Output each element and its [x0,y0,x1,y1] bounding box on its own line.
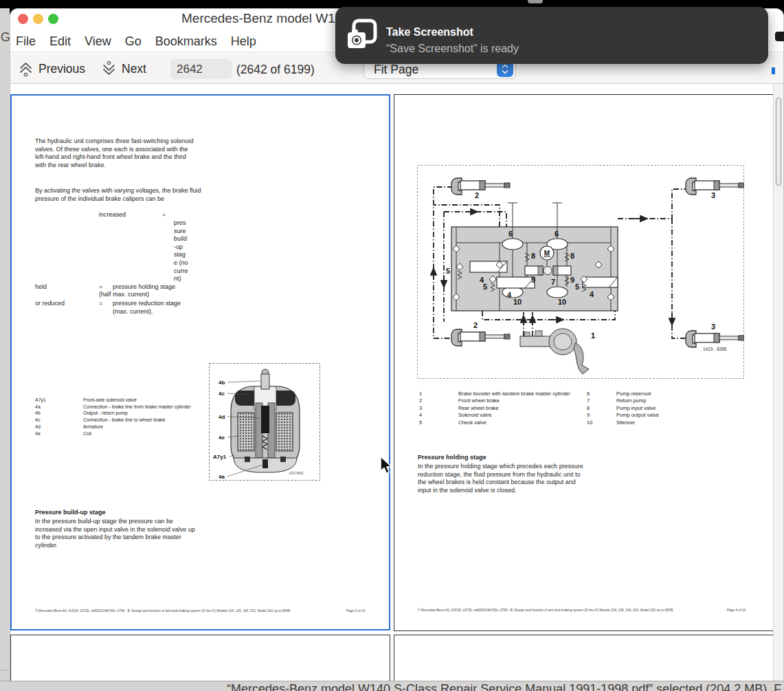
window-title: Mercedes-Benz model W14 [181,11,342,26]
svg-text:2: 2 [475,191,479,199]
svg-text:4e: 4e [219,435,225,441]
svg-text:7: 7 [551,278,555,286]
paragraph: By activating the valves with varying vo… [35,187,201,203]
svg-text:5: 5 [446,267,450,275]
svg-text:A7y1: A7y1 [213,454,227,460]
solenoid-valve-figure: 4b 4c 4d 4e A7y1 4a 1423-8582 [209,363,320,481]
next-page-icon [101,61,117,77]
narrow-column: pres sure build -up stag e (no curre nt) [174,219,194,283]
background-window-edge [0,670,10,670]
page-number-input[interactable] [170,59,232,79]
equals-sign: = [99,300,102,308]
svg-text:9: 9 [570,276,574,284]
file-manager-status-bar: “Mercedes-Benz model W140 S-Class Repair… [0,681,784,691]
svg-text:3: 3 [711,191,715,199]
svg-text:3: 3 [711,322,715,331]
svg-text:4: 4 [590,290,594,298]
svg-text:9: 9 [531,276,535,284]
next-page-button[interactable]: Next [101,61,146,77]
top-bar-fragment [528,0,543,3]
zoom-mode-value: Fit Page [374,63,418,77]
chevron-up-down-icon [501,63,509,75]
scroll-position-marker [772,67,775,74]
svg-text:10: 10 [558,298,566,306]
page-number-footer: Page 3 of 14 [346,609,365,613]
section-heading: Pressure holding stage [418,454,486,462]
paragraph: In the pressure build-up stage the press… [35,518,200,549]
menu-help[interactable]: Help [227,34,260,49]
svg-text:1423 - 8386: 1423 - 8386 [703,347,727,351]
svg-text:5: 5 [483,283,487,291]
mouse-cursor [379,456,394,476]
menu-edit[interactable]: Edit [46,34,74,49]
page-5-preview[interactable] [10,635,390,688]
svg-text:1423-8582: 1423-8582 [289,472,304,475]
previous-page-icon [18,61,34,77]
page-count-label: (2642 of 6199) [236,63,315,77]
svg-text:M: M [544,250,550,257]
diagram-legend-right: 6Pump reservoir 7Return pump 8Pump input… [587,391,659,426]
vertical-scrollbar[interactable] [773,84,783,681]
minimize-button[interactable] [33,14,43,24]
paragraph: In the pressure holding stage which prec… [418,463,587,494]
svg-text:4a: 4a [219,474,225,480]
background-window-sliver [0,8,10,691]
svg-text:5: 5 [575,283,579,291]
document-view[interactable]: The hydraulic unit comprises three fast-… [10,84,783,681]
menu-view[interactable]: View [81,34,115,49]
notification-title: Take Screenshot [386,26,473,39]
term: or reduced [35,300,65,308]
screenshot-notification[interactable]: Take Screenshot “Save Screenshot” is rea… [335,7,768,64]
maximize-button[interactable] [48,14,58,24]
section-heading: Pressure build-up stage [35,509,106,517]
page-3[interactable]: The hydraulic unit comprises three fast-… [10,94,390,630]
previous-page-button[interactable]: Previous [18,61,85,77]
svg-text:6: 6 [508,230,513,238]
definition: pressure holding stage [113,283,175,292]
next-page-label: Next [122,62,146,76]
menu-go[interactable]: Go [122,34,145,49]
menu-bookmarks[interactable]: Bookmarks [152,34,221,49]
menu-file[interactable]: File [12,34,39,49]
page-6-preview[interactable] [394,635,774,688]
definition: pressure reduction stage [113,300,181,308]
svg-text:10: 10 [513,298,522,306]
selected-file-status-text: “Mercedes-Benz model W140 S-Class Repair… [227,682,781,691]
svg-text:2: 2 [473,321,478,329]
close-button[interactable] [18,14,28,24]
term: increased [99,211,126,219]
page-number-footer: Page 4 of 14 [727,608,746,612]
screenshot-icon [346,19,378,52]
page-4[interactable]: 2 3 2 3 1 6 6 8 8 7 9 9 10 10 4 [394,94,774,631]
previous-page-label: Previous [38,62,85,76]
scrollbar-thumb[interactable] [776,98,781,186]
abs-hydraulic-diagram: 2 3 2 3 1 6 6 8 8 7 9 9 10 10 4 [417,165,744,379]
paragraph: The hydraulic unit comprises three fast-… [35,138,197,169]
pdf-viewer-window: Mercedes-Benz model W14 File Edit View G… [10,8,784,681]
term: held [35,283,47,292]
svg-text:4d: 4d [219,414,225,420]
svg-text:8: 8 [531,252,535,260]
figure-legend: A7y1Front-axle solenoid valve 4aConnecti… [35,397,191,437]
equals-sign: = [162,211,166,219]
page-footer: © Mercedes-Benz AG, 6/3/18, L0720, ra420… [35,609,291,613]
screen-edge-fragment [775,32,784,41]
equals-sign: = [99,283,102,292]
background-window-menu-partial: Go [1,30,10,48]
svg-text:4: 4 [507,291,512,299]
screen: Go Mercedes-Benz model W14 File Edit Vie… [0,0,784,691]
svg-text:6: 6 [555,230,559,238]
svg-text:1: 1 [591,331,595,340]
svg-text:4c: 4c [219,391,225,397]
diagram-legend-left: 1Brake booster with tandem brake master … [419,391,570,426]
definition: (half max. current) [99,291,149,299]
definition: (max. current). [113,308,153,316]
notification-body: “Save Screenshot” is ready [386,43,519,55]
page-footer: © Mercedes-Benz AG, 6/3/18, L0720, ra420… [418,608,673,612]
svg-text:8: 8 [570,252,574,260]
svg-text:4b: 4b [219,380,225,386]
